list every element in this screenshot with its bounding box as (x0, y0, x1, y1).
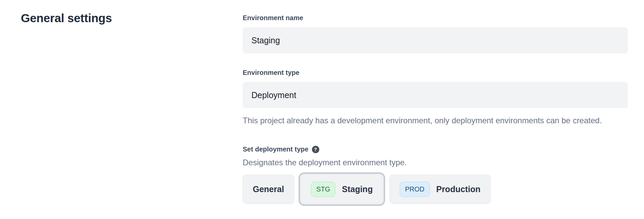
deployment-type-options: General STG Staging PROD Production (243, 175, 628, 204)
stg-badge: STG (311, 182, 335, 197)
deployment-type-option-general[interactable]: General (243, 175, 294, 204)
deployment-type-group: Set deployment type ? Designates the dep… (243, 145, 628, 204)
page-title: General settings (21, 11, 112, 25)
deployment-type-option-production-label: Production (436, 184, 481, 194)
environment-type-group: Environment type This project already ha… (243, 69, 628, 127)
deployment-type-description: Designates the deployment environment ty… (243, 158, 628, 167)
deployment-type-label-row: Set deployment type ? (243, 145, 628, 153)
environment-name-group: Environment name (243, 14, 628, 53)
environment-name-input[interactable] (243, 27, 628, 53)
deployment-type-option-production[interactable]: PROD Production (390, 175, 491, 204)
deployment-type-option-staging-label: Staging (342, 184, 373, 194)
environment-type-label: Environment type (243, 69, 628, 77)
deployment-type-option-general-label: General (253, 184, 284, 194)
settings-form: Environment name Environment type This p… (243, 14, 628, 204)
environment-type-help-text: This project already has a development e… (243, 114, 606, 127)
deployment-type-option-staging[interactable]: STG Staging (301, 175, 383, 204)
question-mark-icon[interactable]: ? (312, 146, 319, 153)
environment-type-input[interactable] (243, 82, 628, 108)
environment-name-label: Environment name (243, 14, 628, 22)
prod-badge: PROD (400, 182, 430, 197)
deployment-type-label: Set deployment type (243, 145, 309, 153)
